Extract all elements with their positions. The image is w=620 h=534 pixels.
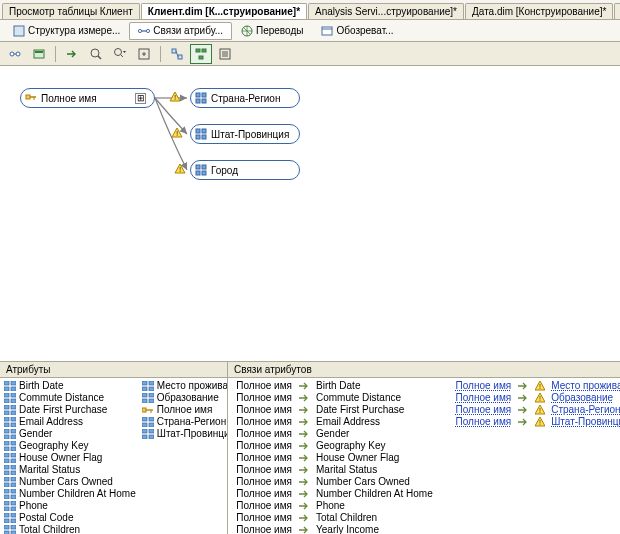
- svg-text:!: !: [539, 419, 541, 426]
- attribute-item[interactable]: Total Children: [4, 524, 136, 534]
- show-list-button[interactable]: [214, 44, 236, 64]
- relation-row[interactable]: Полное имяCommute Distance: [232, 392, 443, 404]
- relations-pane-body[interactable]: Полное имяBirth DateПолное имяCommute Di…: [228, 378, 620, 534]
- relation-row[interactable]: Полное имя!Образование: [451, 392, 620, 404]
- arrow-icon: [517, 418, 529, 426]
- relationship-canvas[interactable]: ! ! ! Полное имя ⊞ Страна-Регион Штат-Пр…: [0, 66, 620, 362]
- toolbar-separator: [55, 46, 56, 62]
- arrow-icon: [298, 454, 310, 462]
- doc-tab-1[interactable]: Клиент.dim [К...струирование]*: [141, 3, 307, 19]
- attribute-item[interactable]: Страна-Регион: [142, 416, 227, 428]
- attribute-item[interactable]: Birth Date: [4, 380, 136, 392]
- attribute-item[interactable]: House Owner Flag: [4, 452, 136, 464]
- svg-rect-53: [4, 387, 9, 391]
- doc-tab-0[interactable]: Просмотр таблицы Клиент: [2, 3, 140, 19]
- attribute-label: Geography Key: [19, 440, 89, 451]
- layout-button[interactable]: [166, 44, 188, 64]
- attributes-pane-body[interactable]: Birth DateCommute DistanceDate First Pur…: [0, 378, 227, 534]
- relation-to: Образование: [551, 392, 620, 403]
- subtab-attribute-relations[interactable]: Связи атрибу...: [129, 22, 232, 40]
- arrow-icon: [517, 394, 529, 402]
- relation-row[interactable]: Полное имяEmail Address: [232, 416, 443, 428]
- svg-rect-44: [202, 129, 206, 133]
- node-city[interactable]: Город: [190, 160, 300, 180]
- attribute-icon: [195, 128, 207, 140]
- arrow-button[interactable]: [61, 44, 83, 64]
- relation-row[interactable]: Полное имяGeography Key: [232, 440, 443, 452]
- svg-rect-55: [4, 393, 9, 397]
- node-country-region[interactable]: Страна-Регион: [190, 88, 300, 108]
- subtab-structure[interactable]: Структура измере...: [4, 22, 129, 40]
- attribute-item[interactable]: Место проживания: [142, 380, 227, 392]
- node-full-name[interactable]: Полное имя ⊞: [20, 88, 155, 108]
- svg-rect-73: [4, 447, 9, 451]
- relation-row[interactable]: Полное имяTotal Children: [232, 512, 443, 524]
- relation-from: Полное имя: [232, 500, 292, 511]
- subtab-translations[interactable]: Переводы: [232, 22, 312, 40]
- attribute-item[interactable]: Number Cars Owned: [4, 476, 136, 488]
- attribute-item[interactable]: Date First Purchase: [4, 404, 136, 416]
- attribute-label: Email Address: [19, 416, 83, 427]
- relation-row[interactable]: Полное имяDate First Purchase: [232, 404, 443, 416]
- relation-row[interactable]: Полное имя!Страна-Регион: [451, 404, 620, 416]
- svg-rect-0: [14, 26, 24, 36]
- svg-rect-61: [4, 411, 9, 415]
- expand-toggle-icon[interactable]: ⊞: [135, 93, 146, 104]
- svg-rect-129: [149, 435, 154, 439]
- relation-row[interactable]: Полное имяHouse Owner Flag: [232, 452, 443, 464]
- relation-row[interactable]: Полное имяNumber Cars Owned: [232, 476, 443, 488]
- subtab-browser[interactable]: Обозреват...: [312, 22, 402, 40]
- attribute-item[interactable]: Postal Code: [4, 512, 136, 524]
- zoom-dropdown-button[interactable]: [109, 44, 131, 64]
- attribute-label: Полное имя: [157, 404, 213, 415]
- relation-to: Phone: [316, 500, 443, 511]
- relation-row[interactable]: Полное имяPhone: [232, 500, 443, 512]
- attribute-item[interactable]: Commute Distance: [4, 392, 136, 404]
- relation-row[interactable]: Полное имяMarital Status: [232, 464, 443, 476]
- svg-rect-59: [4, 405, 9, 409]
- svg-rect-128: [142, 435, 147, 439]
- svg-rect-102: [11, 531, 16, 535]
- warning-icon: !: [535, 381, 545, 391]
- relation-row[interactable]: Полное имя!Штат-Провинция: [451, 416, 620, 428]
- svg-rect-45: [196, 135, 200, 139]
- node-state-province[interactable]: Штат-Провинция: [190, 124, 300, 144]
- doc-tab-4[interactable]: Adventure Wo...труирование]*: [614, 3, 620, 19]
- relation-row[interactable]: Полное имяBirth Date: [232, 380, 443, 392]
- svg-rect-50: [202, 171, 206, 175]
- designer-toolbar: [0, 42, 620, 66]
- svg-text:!: !: [539, 407, 541, 414]
- svg-rect-48: [202, 165, 206, 169]
- attribute-item[interactable]: Штат-Провинция: [142, 428, 227, 440]
- browser-icon: [321, 25, 333, 37]
- new-relation-button[interactable]: [4, 44, 26, 64]
- expand-all-button[interactable]: [133, 44, 155, 64]
- relation-row[interactable]: Полное имяYearly Income: [232, 524, 443, 534]
- attribute-item[interactable]: Gender: [4, 428, 136, 440]
- arrow-icon: [298, 394, 310, 402]
- attribute-item[interactable]: Number Children At Home: [4, 488, 136, 500]
- arrange-shapes-button[interactable]: [190, 44, 212, 64]
- attribute-item[interactable]: Phone: [4, 500, 136, 512]
- svg-rect-63: [4, 417, 9, 421]
- doc-tab-3[interactable]: Дата.dim [Конструирование]*: [465, 3, 613, 19]
- attribute-item[interactable]: Email Address: [4, 416, 136, 428]
- process-button[interactable]: [28, 44, 50, 64]
- attribute-item[interactable]: Marital Status: [4, 464, 136, 476]
- svg-rect-68: [11, 429, 16, 433]
- relation-from: Полное имя: [232, 488, 292, 499]
- relation-row[interactable]: Полное имяNumber Children At Home: [232, 488, 443, 500]
- attribute-item[interactable]: Полное имя: [142, 404, 227, 416]
- attribute-item[interactable]: Образование: [142, 392, 227, 404]
- zoom-button[interactable]: [85, 44, 107, 64]
- svg-rect-66: [11, 423, 16, 427]
- arrow-icon: [298, 478, 310, 486]
- attribute-item[interactable]: Geography Key: [4, 440, 136, 452]
- relation-row[interactable]: Полное имяGender: [232, 428, 443, 440]
- subtab-translations-label: Переводы: [256, 25, 303, 36]
- svg-rect-98: [11, 519, 16, 523]
- doc-tab-2[interactable]: Analysis Servi...струирование]*: [308, 3, 464, 19]
- relation-from: Полное имя: [232, 476, 292, 487]
- warning-icon: !: [535, 405, 545, 415]
- relation-row[interactable]: Полное имя!Место проживания: [451, 380, 620, 392]
